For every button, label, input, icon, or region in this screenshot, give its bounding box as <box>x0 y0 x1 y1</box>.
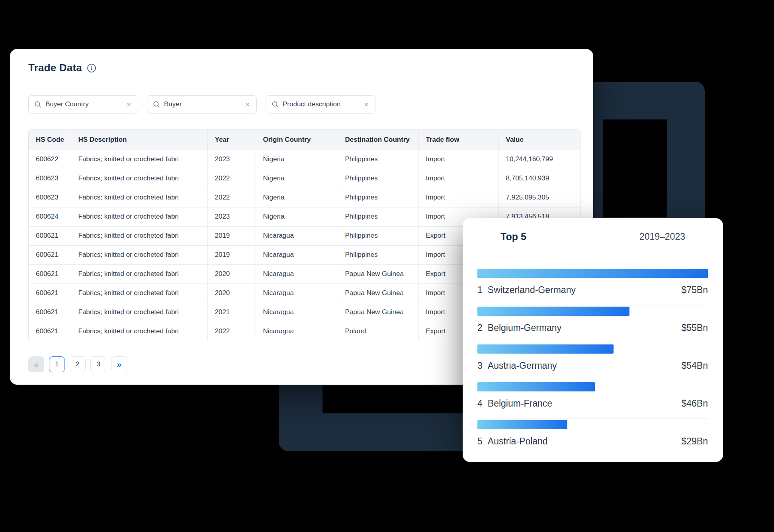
cell-year: 2020 <box>207 284 256 303</box>
entry-rank: 5 <box>477 436 483 447</box>
filter-bar: ✕ ✕ ✕ <box>28 95 375 113</box>
col-header-origin-country: Origin Country <box>256 130 338 150</box>
search-icon <box>153 101 160 108</box>
cell-hs-code: 600621 <box>29 264 71 284</box>
chevrons-left-icon: « <box>34 360 39 369</box>
top5-bar <box>477 307 629 316</box>
cell-flow: Import <box>418 188 498 207</box>
page-button-3[interactable]: 3 <box>90 356 106 372</box>
product-description-input[interactable] <box>283 100 363 108</box>
cell-origin: Nicaragua <box>256 245 338 264</box>
cell-destination: Philippines <box>338 226 418 245</box>
cell-hs-description: Fabrics; knitted or crocheted fabri <box>71 188 207 207</box>
cell-value: 8,705,140,939 <box>498 169 580 188</box>
entry-pair: Austria-Germany <box>488 360 682 371</box>
info-icon[interactable] <box>87 63 96 73</box>
top5-entry-label: 4 Belgium-France $46Bn <box>477 398 708 409</box>
cell-hs-code: 600621 <box>29 245 71 264</box>
search-icon <box>272 101 279 108</box>
clear-icon[interactable]: ✕ <box>244 101 251 108</box>
table-row: 600623 Fabrics; knitted or crocheted fab… <box>29 169 580 188</box>
first-page-button[interactable]: « <box>28 356 44 372</box>
entry-value: $54Bn <box>681 360 708 371</box>
chevrons-right-icon: » <box>117 360 121 369</box>
cell-year: 2022 <box>207 169 256 188</box>
top5-bar <box>477 420 567 429</box>
top5-entry: 1 Switzerland-Germany $75Bn <box>477 268 708 305</box>
cell-hs-description: Fabrics; knitted or crocheted fabri <box>71 303 207 322</box>
buyer-country-input[interactable] <box>45 100 125 108</box>
cell-year: 2023 <box>207 150 256 169</box>
entry-value: $75Bn <box>681 285 708 295</box>
cell-flow: Import <box>418 150 498 169</box>
cell-hs-description: Fabrics; knitted or crocheted fabri <box>71 207 207 226</box>
cell-year: 2022 <box>207 188 256 207</box>
product-description-filter: ✕ <box>266 95 375 113</box>
entry-pair: Belgium-France <box>488 398 682 409</box>
cell-hs-code: 600623 <box>29 169 71 188</box>
entry-value: $46Bn <box>681 398 708 409</box>
top5-entry: 5 Austria-Poland $29Bn <box>477 419 708 456</box>
table-header-row: HS Code HS Description Year Origin Count… <box>29 130 580 150</box>
cell-destination: Philippines <box>338 245 418 264</box>
col-header-trade-flow: Trade flow <box>418 130 498 150</box>
cell-hs-description: Fabrics; knitted or crocheted fabri <box>71 169 207 188</box>
top5-entry-label: 3 Austria-Germany $54Bn <box>477 360 708 371</box>
cell-hs-code: 600621 <box>29 322 71 341</box>
title-row: Trade Data <box>28 62 96 74</box>
cell-origin: Nigeria <box>256 207 338 226</box>
table-row: 600623 Fabrics; knitted or crocheted fab… <box>29 188 580 207</box>
top5-entry: 4 Belgium-France $46Bn <box>477 381 708 419</box>
top5-card: Top 5 2019–2023 1 Switzerland-Germany $7… <box>463 218 723 462</box>
entry-value: $29Bn <box>681 436 708 447</box>
top5-entry-label: 2 Belgium-Germany $55Bn <box>477 322 708 333</box>
page-button-2[interactable]: 2 <box>70 356 86 372</box>
top5-bar <box>477 344 614 354</box>
entry-value: $55Bn <box>681 323 708 333</box>
page-title: Trade Data <box>28 62 82 74</box>
cell-year: 2019 <box>207 245 256 264</box>
cell-hs-code: 600621 <box>29 284 71 303</box>
last-page-button[interactable]: » <box>111 356 127 372</box>
cell-destination: Papua New Guinea <box>338 284 418 303</box>
entry-rank: 2 <box>477 323 483 333</box>
entry-rank: 3 <box>477 360 483 371</box>
clear-icon[interactable]: ✕ <box>363 101 369 108</box>
cell-hs-code: 600621 <box>29 226 71 245</box>
col-header-year: Year <box>207 130 256 150</box>
top5-header: Top 5 2019–2023 <box>463 218 723 255</box>
top5-bar <box>477 269 708 278</box>
cell-hs-code: 600624 <box>29 207 71 226</box>
top5-entry-label: 5 Austria-Poland $29Bn <box>477 436 708 447</box>
cell-year: 2022 <box>207 322 256 341</box>
cell-year: 2020 <box>207 264 256 284</box>
cell-destination: Philippines <box>338 207 418 226</box>
cell-hs-description: Fabrics; knitted or crocheted fabri <box>71 284 207 303</box>
backdrop-cutout-top <box>603 119 667 217</box>
top5-title: Top 5 <box>500 231 526 243</box>
cell-year: 2023 <box>207 207 256 226</box>
cell-hs-description: Fabrics; knitted or crocheted fabri <box>71 226 207 245</box>
clear-icon[interactable]: ✕ <box>125 101 132 108</box>
cell-origin: Nigeria <box>256 169 338 188</box>
cell-destination: Papua New Guinea <box>338 303 418 322</box>
cell-hs-code: 600621 <box>29 303 71 322</box>
buyer-input[interactable] <box>164 100 244 108</box>
cell-destination: Philippines <box>338 150 418 169</box>
page-button-1[interactable]: 1 <box>49 356 65 372</box>
entry-rank: 1 <box>477 285 483 295</box>
cell-value: 7,925,095,305 <box>498 188 580 207</box>
entry-rank: 4 <box>477 398 483 409</box>
cell-value: 10,244,160,799 <box>498 150 580 169</box>
cell-hs-description: Fabrics; knitted or crocheted fabri <box>71 264 207 284</box>
cell-hs-code: 600623 <box>29 188 71 207</box>
cell-flow: Import <box>418 169 498 188</box>
cell-hs-code: 600622 <box>29 150 71 169</box>
cell-origin: Nigeria <box>256 188 338 207</box>
cell-destination: Philippines <box>338 188 418 207</box>
top5-entry-label: 1 Switzerland-Germany $75Bn <box>477 284 708 295</box>
cell-origin: Nicaragua <box>256 303 338 322</box>
cell-destination: Papua New Guinea <box>338 264 418 284</box>
col-header-destination-country: Destination Country <box>338 130 418 150</box>
cell-hs-description: Fabrics; knitted or crocheted fabri <box>71 322 207 341</box>
